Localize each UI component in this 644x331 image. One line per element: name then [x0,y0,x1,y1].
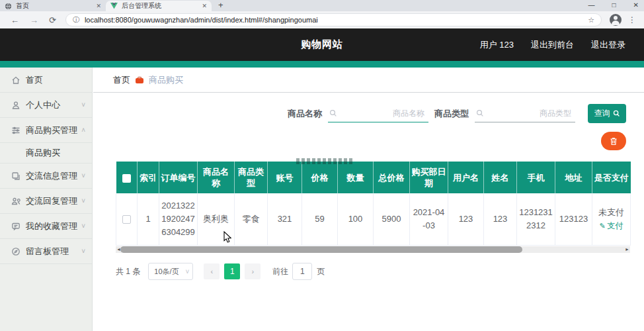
browser-tabstrip: 首页 ✕ 后台管理系统 ✕ + — □ ✕ [0,0,644,11]
sidebar-item-home[interactable]: 首页 [0,68,92,93]
search-icon [476,109,484,117]
column-header: 是否支付 [592,162,631,193]
select-all-checkbox[interactable] [122,174,131,183]
goto-page-input[interactable] [292,263,312,280]
sidebar-item-label: 留言板管理 [26,246,81,258]
exit-to-front-link[interactable]: 退出到前台 [531,39,574,51]
select-all-header [116,162,138,193]
browser-menu-icon[interactable]: ⋮ [628,15,636,24]
chat-icon [11,222,20,231]
column-header: 数量 [338,162,374,193]
screen: 首页 ✕ 后台管理系统 ✕ + — □ ✕ ← → ⟳ ⓘ localhost:… [0,0,644,331]
logout-link[interactable]: 退出登录 [591,39,625,51]
product-type-input[interactable]: 商品类型 [475,105,575,122]
sidebar-subitem-product-purchase[interactable]: 商品购买 [0,143,92,164]
page-size-value: 10条/页 [154,267,185,277]
window-close-button[interactable]: ✕ [633,1,639,9]
compass-icon [11,247,20,256]
tab-close-icon[interactable]: ✕ [202,3,207,9]
sidebar-item-purchase-mgmt[interactable]: 商品购买管理 ˄ [0,118,92,143]
column-header: 用户名 [448,162,484,193]
cell-account: 321 [268,193,302,246]
search-icon [329,109,337,117]
sidebar-item-favorites-mgmt[interactable]: 我的收藏管理 ˅ [0,214,92,239]
trash-icon [610,137,618,146]
delete-button[interactable] [601,132,626,150]
vue-favicon-icon [110,3,118,10]
query-button[interactable]: 查询 [588,104,626,123]
tab-close-icon[interactable]: ✕ [96,3,101,9]
sidebar-subitem-label: 商品购买 [26,147,60,159]
tab-title: 后台管理系统 [122,1,199,11]
scrollbar-thumb[interactable] [120,246,522,253]
goto-label: 前往 [272,266,288,277]
row-checkbox[interactable] [122,215,131,224]
main-content: 首页 商品购买 商品名称 商品名称 商品类型 商品类型 [93,68,644,331]
refresh-icon[interactable]: ⟳ [49,15,56,25]
pay-action-link[interactable]: ✎ 支付 [599,219,623,232]
chevron-down-icon: ˅ [81,197,85,205]
pen-icon: ✎ [599,219,605,232]
breadcrumb-home[interactable]: 首页 [113,74,130,86]
column-header: 价格 [302,162,338,193]
table-horizontal-scrollbar[interactable]: ◄ ► [116,246,630,253]
sidebar-item-label: 个人中心 [26,99,81,111]
forward-icon[interactable]: → [30,15,38,25]
browser-profile-avatar[interactable] [610,14,622,26]
sidebar-item-label: 商品购买管理 [26,124,81,136]
chevron-down-icon: ˅ [81,101,85,109]
prev-page-button[interactable]: ‹ [204,263,220,279]
product-type-label: 商品类型 [434,108,469,120]
cell-buy-date: 2021-04-03 [410,193,448,246]
current-page-button[interactable]: 1 [224,263,240,279]
window-minimize-button[interactable]: — [588,1,595,9]
sidebar-item-label: 交流回复管理 [26,195,81,207]
product-type-placeholder: 商品类型 [484,108,574,119]
cell-name: 123 [484,193,517,246]
url-text[interactable]: localhost:8080/gouwuwagnzhan/admin/dist/… [85,16,588,24]
goto-unit: 页 [317,266,325,277]
page-info-icon[interactable]: ⓘ [73,15,79,24]
user-icon [11,101,20,110]
cell-address: 123123 [555,193,592,246]
operation-icon [11,126,20,135]
table-header-row: 索引 订单编号 商品名称 商品类型 账号 价格 数量 总价格 购买部日期 用户名… [116,162,631,193]
chevron-down-icon: ˅ [81,248,85,255]
next-page-button[interactable]: › [245,263,261,279]
back-icon[interactable]: ← [11,15,19,25]
column-header: 商品名称 [198,162,235,193]
browser-tab-home[interactable]: 首页 ✕ [0,1,106,11]
cell-price: 59 [302,193,338,246]
breadcrumb-current: 商品购买 [149,74,183,86]
cell-total-price: 5900 [374,193,410,246]
cell-phone: 12312312312 [517,193,555,246]
watermark [296,158,354,164]
window-maximize-button[interactable]: □ [612,1,616,9]
bookmark-star-icon[interactable]: ☆ [588,16,594,24]
home-icon [11,75,20,85]
sidebar-item-personal-center[interactable]: 个人中心 ˅ [0,93,92,118]
product-name-label: 商品名称 [288,108,322,120]
page-size-select[interactable]: 10条/页 ˅ [148,263,193,280]
new-tab-button[interactable]: + [218,0,223,10]
product-name-input[interactable]: 商品名称 [328,105,428,122]
cell-quantity: 100 [338,193,374,246]
column-header: 订单编号 [159,162,198,193]
documents-icon [11,171,20,181]
search-icon [613,110,620,117]
sidebar-item-exchange-info-mgmt[interactable]: 交流信息管理 ˅ [0,164,92,189]
scroll-right-icon[interactable]: ► [625,246,629,253]
chevron-down-icon: ˅ [81,222,85,230]
sidebar-item-exchange-reply-mgmt[interactable]: 交流回复管理 ˅ [0,189,92,214]
column-header: 总价格 [374,162,410,193]
search-form: 商品名称 商品名称 商品类型 商品类型 查询 [116,104,626,123]
chevron-down-icon: ˅ [186,268,190,275]
column-header: 账号 [268,162,302,193]
pagination-total: 共 1 条 [116,266,140,277]
address-bar[interactable]: ⓘ localhost:8080/gouwuwagnzhan/admin/dis… [65,13,602,26]
browser-tab-admin[interactable]: 后台管理系统 ✕ [106,1,212,11]
row-select-cell [116,193,138,246]
sidebar: 首页 个人中心 ˅ 商品购买管理 ˄ 商品购买 交流信息管理 ˅ [0,68,93,331]
sidebar-item-message-board-mgmt[interactable]: 留言板管理 ˅ [0,239,92,264]
globe-favicon-icon [5,3,12,10]
